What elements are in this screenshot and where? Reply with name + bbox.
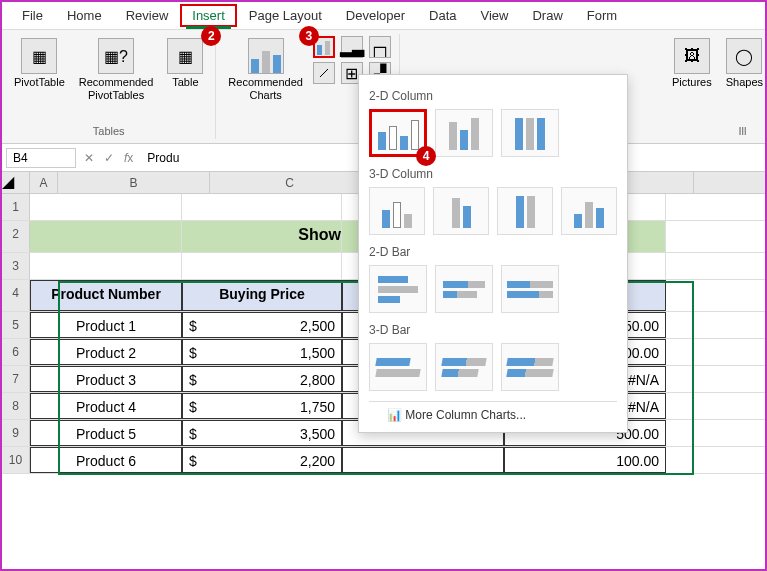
cell[interactable]: Product 3 [30,366,182,392]
ribbon-tabs: File Home Review Insert Page Layout Deve… [2,2,765,30]
row-header[interactable]: 4 [2,280,30,311]
3d-column-option[interactable] [561,187,617,235]
tab-draw[interactable]: Draw [520,4,574,27]
row-header[interactable]: 9 [2,420,30,446]
column-chart-menu: 2-D Column 4 3-D Column 2-D Bar 3-D Bar … [358,74,628,433]
cell[interactable]: Product 2 [30,339,182,365]
tab-review[interactable]: Review [114,4,181,27]
3d-stacked-bar-option[interactable] [435,343,493,391]
recommended-pivottables-button[interactable]: ▦? Recommended PivotTables [75,36,158,104]
col-header-a[interactable]: A [30,172,58,193]
section-3d-column: 3-D Column [369,167,617,181]
cell[interactable]: Product 5 [30,420,182,446]
annotation-3: 3 [299,26,319,46]
recommended-charts-icon [248,38,284,74]
cell[interactable]: Product 6 [30,447,182,473]
group-label-tables: Tables [93,123,125,137]
header-product[interactable]: Product Number [30,280,182,311]
row-header[interactable]: 1 [2,194,30,220]
tab-formulas[interactable]: Form [575,4,629,27]
pivottable-button[interactable]: ▦ PivotTable [10,36,69,91]
3d-stacked100-bar-option[interactable] [501,343,559,391]
shapes-button[interactable]: ◯ Shapes [722,36,767,91]
cell[interactable]: $2,200 [182,447,342,473]
row-header[interactable]: 3 [2,253,30,279]
tab-home[interactable]: Home [55,4,114,27]
section-2d-bar: 2-D Bar [369,245,617,259]
3d-clustered-column-option[interactable] [369,187,425,235]
cell[interactable]: 100.00 [504,447,666,473]
recommended-charts-button[interactable]: Recommended Charts [224,36,307,104]
table-icon: ▦ [167,38,203,74]
annotation-4: 4 [416,146,436,166]
more-column-charts[interactable]: 📊 More Column Charts... [369,401,617,422]
ribbon-group-tables: ▦ PivotTable ▦? Recommended PivotTables … [2,34,216,139]
table-button[interactable]: 2 ▦ Table [163,36,207,91]
header-buying[interactable]: Buying Price [182,280,342,311]
3d-clustered-bar-option[interactable] [369,343,427,391]
cell[interactable] [30,221,182,252]
cell[interactable]: Product 4 [30,393,182,419]
recommended-pivottables-icon: ▦? [98,38,134,74]
col-header-b[interactable]: B [58,172,210,193]
cell[interactable] [30,194,182,220]
col-header-c[interactable]: C [210,172,370,193]
cell[interactable] [182,194,342,220]
tab-page-layout[interactable]: Page Layout [237,4,334,27]
stacked100-bar-option[interactable] [501,265,559,313]
pictures-button[interactable]: 🖼 Pictures [668,36,716,91]
clustered-column-option[interactable]: 4 [369,109,427,157]
tab-data[interactable]: Data [417,4,468,27]
hierarchy-chart-dropdown[interactable]: ┌┐ [369,36,391,58]
row-header[interactable]: 7 [2,366,30,392]
cell[interactable]: $1,750 [182,393,342,419]
cell[interactable] [182,253,342,279]
pictures-icon: 🖼 [674,38,710,74]
row-header[interactable]: 6 [2,339,30,365]
cancel-icon[interactable]: ✕ [84,151,94,165]
fx-icon[interactable]: fx [124,151,133,165]
title-cell[interactable]: Show [182,221,342,252]
stacked-column-option[interactable] [435,109,493,157]
shapes-icon: ◯ [726,38,762,74]
3d-stacked100-column-option[interactable] [497,187,553,235]
cell[interactable]: $2,800 [182,366,342,392]
select-all-corner[interactable]: ◢ [2,172,30,193]
stacked100-column-option[interactable] [501,109,559,157]
cell[interactable] [342,447,504,473]
row-header[interactable]: 8 [2,393,30,419]
pivottable-icon: ▦ [21,38,57,74]
row-header[interactable]: 5 [2,312,30,338]
section-2d-column: 2-D Column [369,89,617,103]
row-header[interactable]: 10 [2,447,30,473]
line-chart-dropdown[interactable]: ⟋ [313,62,335,84]
cell[interactable]: Product 1 [30,312,182,338]
tab-developer[interactable]: Developer [334,4,417,27]
cell[interactable]: $2,500 [182,312,342,338]
stacked-bar-option[interactable] [435,265,493,313]
name-box[interactable]: B4 [6,148,76,168]
confirm-icon[interactable]: ✓ [104,151,114,165]
tab-view[interactable]: View [469,4,521,27]
cell[interactable]: $3,500 [182,420,342,446]
chart-icon: 📊 [387,408,402,422]
tab-insert[interactable]: Insert [180,4,237,27]
group-label-illus: Ill [739,123,747,137]
clustered-bar-option[interactable] [369,265,427,313]
tab-file[interactable]: File [10,4,55,27]
3d-stacked-column-option[interactable] [433,187,489,235]
cell[interactable] [30,253,182,279]
bar-chart-dropdown[interactable]: ▂▃ [341,36,363,58]
row-header[interactable]: 2 [2,221,30,252]
cell[interactable]: $1,500 [182,339,342,365]
ribbon-group-illustrations: 🖼 Pictures ◯ Shapes ✿ Icons Ill [660,34,767,139]
section-3d-bar: 3-D Bar [369,323,617,337]
